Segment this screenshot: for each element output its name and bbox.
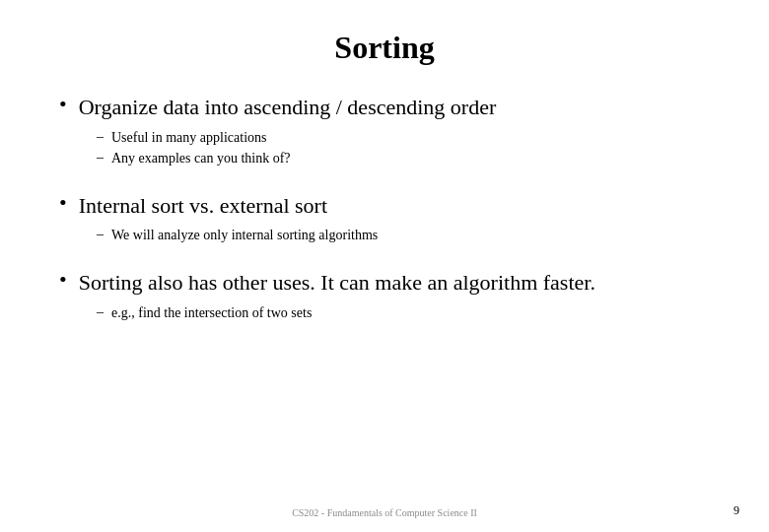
bullet-text-2: Internal sort vs. external sort bbox=[79, 192, 327, 221]
sub-bullets-2: – We will analyze only internal sorting … bbox=[97, 226, 710, 245]
bullet-section-3: • Sorting also has other uses. It can ma… bbox=[59, 269, 710, 324]
sub-text-1-2: Any examples can you think of? bbox=[111, 149, 291, 168]
sub-dash-1-1: – bbox=[97, 129, 104, 145]
sub-dash-2-1: – bbox=[97, 227, 104, 242]
sub-text-1-1: Useful in many applications bbox=[111, 128, 266, 148]
bullet-dot-1: • bbox=[59, 92, 67, 117]
slide-content: • Organize data into ascending / descend… bbox=[59, 94, 710, 493]
sub-dash-3-1: – bbox=[97, 304, 104, 320]
sub-text-3-1: e.g., find the intersection of two sets bbox=[111, 303, 312, 323]
bullet-dot-2: • bbox=[59, 190, 67, 216]
bullet-dot-3: • bbox=[59, 267, 67, 293]
sub-bullets-1: – Useful in many applications – Any exam… bbox=[97, 128, 710, 168]
bullet-text-1: Organize data into ascending / descendin… bbox=[79, 94, 497, 122]
bullet-item-2: • Internal sort vs. external sort bbox=[59, 192, 710, 221]
bullet-section-1: • Organize data into ascending / descend… bbox=[59, 94, 710, 170]
bullet-item-1: • Organize data into ascending / descend… bbox=[59, 94, 710, 122]
sub-bullet-2-1: – We will analyze only internal sorting … bbox=[97, 226, 710, 245]
sub-bullet-1-2: – Any examples can you think of? bbox=[97, 149, 710, 168]
slide: Sorting • Organize data into ascending /… bbox=[0, 0, 769, 532]
bullet-item-3: • Sorting also has other uses. It can ma… bbox=[59, 269, 710, 298]
bullet-text-3: Sorting also has other uses. It can make… bbox=[79, 269, 595, 298]
page-number: 9 bbox=[734, 503, 739, 518]
slide-footer: CS202 - Fundamentals of Computer Science… bbox=[0, 507, 769, 518]
sub-bullet-1-1: – Useful in many applications bbox=[97, 128, 710, 148]
bullet-section-2: • Internal sort vs. external sort – We w… bbox=[59, 192, 710, 247]
slide-title: Sorting bbox=[59, 30, 710, 66]
sub-bullets-3: – e.g., find the intersection of two set… bbox=[97, 303, 710, 323]
sub-bullet-3-1: – e.g., find the intersection of two set… bbox=[97, 303, 710, 323]
footer-course-text: CS202 - Fundamentals of Computer Science… bbox=[292, 507, 477, 518]
sub-dash-1-2: – bbox=[97, 150, 104, 166]
sub-text-2-1: We will analyze only internal sorting al… bbox=[111, 226, 378, 245]
